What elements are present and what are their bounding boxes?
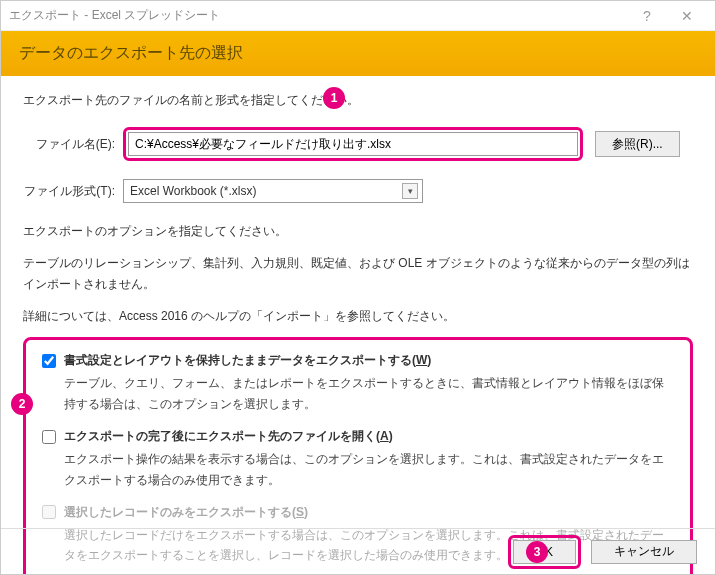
option-desc: テーブル、クエリ、フォーム、またはレポートをエクスポートするときに、書式情報とレ…: [64, 373, 674, 414]
option-preserve-formatting: 書式設定とレイアウトを保持したままデータをエクスポートする(W) テーブル、クエ…: [42, 352, 674, 414]
help-icon[interactable]: ?: [627, 8, 667, 24]
filename-label: ファイル名(E):: [23, 136, 123, 153]
options-intro-1: エクスポートのオプションを指定してください。: [23, 221, 693, 243]
options-intro-2: テーブルのリレーションシップ、集計列、入力規則、既定値、および OLE オブジェ…: [23, 253, 693, 296]
format-row: ファイル形式(T): Excel Workbook (*.xlsx) ▾: [23, 179, 693, 203]
option-desc: エクスポート操作の結果を表示する場合は、このオプションを選択します。これは、書式…: [64, 449, 674, 490]
option-preserve-formatting-checkbox[interactable]: [42, 354, 56, 368]
page-title: データのエクスポート先の選択: [19, 44, 243, 61]
callout-1: 1: [323, 87, 345, 109]
filename-row: ファイル名(E): 参照(R)...: [23, 127, 693, 161]
format-select[interactable]: Excel Workbook (*.xlsx) ▾: [123, 179, 423, 203]
option-open-after-export: エクスポートの完了後にエクスポート先のファイルを開く(A) エクスポート操作の結…: [42, 428, 674, 490]
option-label: 書式設定とレイアウトを保持したままデータをエクスポートする(W): [64, 352, 431, 369]
chevron-down-icon: ▾: [402, 183, 418, 199]
option-open-after-export-checkbox[interactable]: [42, 430, 56, 444]
filename-highlight: [123, 127, 583, 161]
window-title: エクスポート - Excel スプレッドシート: [9, 7, 627, 24]
format-value: Excel Workbook (*.xlsx): [130, 184, 402, 198]
titlebar: エクスポート - Excel スプレッドシート ? ✕: [1, 1, 715, 31]
content: エクスポート先のファイルの名前と形式を指定してください。 ファイル名(E): 参…: [1, 76, 715, 575]
close-icon[interactable]: ✕: [667, 8, 707, 24]
footer: OK キャンセル: [1, 528, 715, 574]
cancel-button[interactable]: キャンセル: [591, 540, 697, 564]
filename-input[interactable]: [128, 132, 578, 156]
format-label: ファイル形式(T):: [23, 183, 123, 200]
callout-3: 3: [526, 541, 548, 563]
option-label: エクスポートの完了後にエクスポート先のファイルを開く(A): [64, 428, 393, 445]
option-selected-records-checkbox: [42, 505, 56, 519]
instruction-text: エクスポート先のファイルの名前と形式を指定してください。: [23, 92, 693, 109]
callout-2: 2: [11, 393, 33, 415]
page-header: データのエクスポート先の選択: [1, 31, 715, 76]
browse-button[interactable]: 参照(R)...: [595, 131, 680, 157]
option-label: 選択したレコードのみをエクスポートする(S): [64, 504, 308, 521]
options-intro-3: 詳細については、Access 2016 のヘルプの「インポート」を参照してくださ…: [23, 306, 693, 328]
